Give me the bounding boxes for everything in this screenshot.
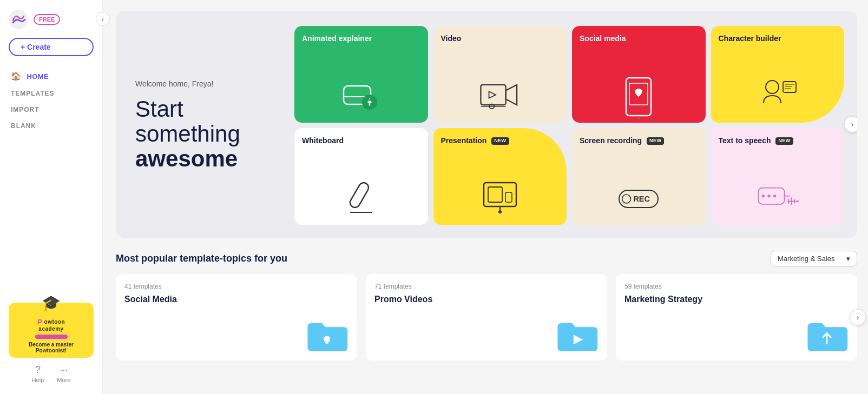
more-label: More [57,377,70,383]
more-icon: ··· [60,364,68,376]
academy-tagline: Become a master Powtoonist! [29,342,74,353]
card-presentation-icon-area [441,145,560,225]
hero-title: Start something awesome [135,97,281,172]
card-whiteboard[interactable]: Whiteboard [294,128,428,225]
phone-heart-icon [617,75,660,118]
svg-point-25 [498,210,502,213]
powtoon-logo-icon [9,10,28,29]
card-animated-explainer-title: Animated explainer [302,34,420,43]
card-presentation[interactable]: Presentation NEW [433,128,567,225]
card-social-media[interactable]: Social media [572,26,706,123]
main-content: Welcome home, Freya! Start something awe… [103,0,868,394]
card-character-builder-title: Character builder [719,34,837,43]
svg-rect-19 [348,181,371,209]
template-card-social-media[interactable]: 41 templates Social Media [116,274,357,360]
svg-rect-23 [505,192,512,202]
folder-play-icon [555,317,599,352]
popular-section-title: Most popular template-topics for you [116,253,287,264]
create-button[interactable]: + Create [9,38,94,56]
card-video[interactable]: Video [433,26,567,123]
card-text-to-speech[interactable]: Text to speech NEW [711,128,845,225]
sidebar: FREE ‹ + Create 🏠 HOME TEMPLATES IMPORT … [0,0,103,394]
social-media-template-name: Social Media [124,295,348,304]
sidebar-item-home[interactable]: 🏠 HOME [0,67,102,85]
character-builder-svg-icon [756,75,799,118]
screen-recording-new-badge: NEW [647,137,664,145]
graduation-hat-icon: 🎓 [42,294,61,312]
card-social-media-title: Social media [580,34,698,43]
social-media-folder-icon-area [124,309,348,352]
card-video-title: Video [441,34,560,43]
marketing-strategy-folder-icon-area [624,309,849,352]
card-animated-explainer[interactable]: Animated explainer [294,26,428,123]
sidebar-bottom: 🎓 P owtoon academy Become a master Powto… [0,303,102,389]
marketing-strategy-template-name: Marketing Strategy [624,295,849,304]
marker-icon [339,177,383,221]
tts-new-badge: NEW [775,137,793,145]
svg-marker-10 [489,91,495,98]
sidebar-item-home-label: HOME [27,72,49,81]
card-text-to-speech-title: Text to speech NEW [719,136,837,145]
card-video-icon-area [441,43,560,123]
svg-point-27 [622,195,631,203]
sidebar-toggle-button[interactable]: ‹ [96,12,110,26]
sidebar-item-import[interactable]: IMPORT [0,102,102,118]
video-camera-icon [478,75,522,118]
hero-carousel-next-button[interactable]: › [844,116,857,132]
powtoon-brand-label: owtoon [44,319,65,325]
svg-point-13 [637,118,640,118]
svg-rect-22 [488,187,502,202]
welcome-text: Welcome home, Freya! [135,79,281,88]
sidebar-footer: ? Help ··· More [9,364,94,383]
card-text-to-speech-icon-area [719,145,837,225]
svg-rect-6 [481,85,505,105]
svg-point-4 [369,104,371,106]
template-grid-next-button[interactable]: › [850,309,866,325]
rec-button-icon: REC [617,177,660,221]
social-media-template-count: 41 templates [124,283,348,290]
card-whiteboard-title: Whiteboard [302,136,420,145]
card-screen-recording[interactable]: Screen recording NEW REC [572,128,706,225]
template-card-marketing-strategy[interactable]: 59 templates Marketing Strategy [616,274,857,360]
template-card-promo-videos[interactable]: 71 templates Promo Videos [366,274,607,360]
help-button[interactable]: ? Help [32,364,44,383]
card-character-builder-icon-area [719,43,837,123]
svg-point-31 [767,195,770,197]
template-grid: 41 templates Social Media 71 templates P… [116,274,857,360]
logo-area: FREE [0,10,69,38]
help-icon: ? [35,364,41,376]
sidebar-item-blank[interactable]: BLANK [0,118,102,134]
more-button[interactable]: ··· More [57,364,70,383]
card-character-builder[interactable]: Character builder [711,26,845,123]
academy-label: academy [38,326,63,332]
powtoon-brand-icon: P [37,318,42,326]
promo-videos-template-count: 71 templates [374,283,599,290]
presentation-board-icon [478,177,522,221]
promo-videos-folder-icon-area [374,309,599,352]
svg-marker-7 [505,85,516,105]
help-label: Help [32,377,44,383]
sidebar-item-templates[interactable]: TEMPLATES [0,85,102,102]
topic-filter-dropdown[interactable]: Marketing & Sales ▾ [771,251,857,266]
promo-videos-template-name: Promo Videos [374,295,599,304]
folder-heart-icon [305,317,348,352]
speech-waveform-icon [756,177,799,221]
hero-left: Welcome home, Freya! Start something awe… [135,26,281,225]
free-badge: FREE [34,14,60,25]
card-social-media-icon-area [580,43,698,123]
marketing-strategy-template-count: 59 templates [624,283,849,290]
card-screen-recording-title: Screen recording NEW [580,136,698,145]
card-whiteboard-icon-area [302,145,420,225]
card-screen-recording-icon-area: REC [580,145,698,225]
hero-cards-grid: Animated explainer Video [281,26,844,225]
folder-arrow-icon [805,317,849,352]
academy-card[interactable]: 🎓 P owtoon academy Become a master Powto… [9,303,94,358]
popular-section-header: Most popular template-topics for you Mar… [116,251,857,266]
card-presentation-title: Presentation NEW [441,136,560,145]
svg-point-14 [766,81,779,94]
chevron-down-icon: ▾ [846,255,850,263]
presentation-new-badge: NEW [491,137,509,145]
hero-section: Welcome home, Freya! Start something awe… [116,11,857,238]
svg-rect-21 [484,183,516,206]
card-animated-explainer-icon-area [302,43,420,123]
